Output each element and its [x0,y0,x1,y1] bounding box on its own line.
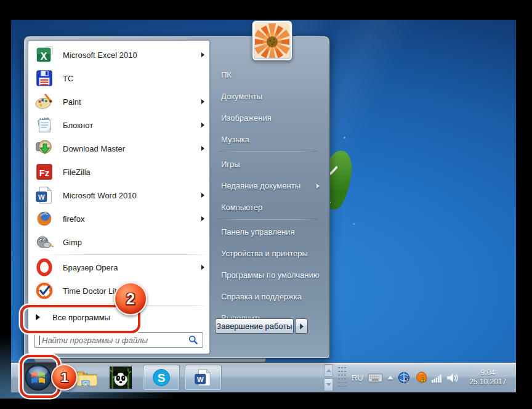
start-menu-item-paint[interactable]: Paint [28,90,209,113]
menu-item-label: Программы по умолчанию [221,270,319,280]
menu-item-label: Справка и поддержка [221,292,302,301]
floppy-disk-icon [34,68,54,88]
submenu-arrow-icon [201,265,204,270]
shutdown-controls: Завершение работы [215,318,308,334]
submenu-arrow-icon [201,99,204,104]
search-icon[interactable] [188,335,198,345]
start-menu-item-firefox[interactable]: firefox [28,207,209,230]
search-placeholder: Найти программы и файлы [42,336,148,345]
filezilla-icon: Fz [34,162,54,182]
shutdown-button[interactable]: Завершение работы [215,318,294,334]
menu-item-label: Paint [63,97,81,107]
explorer-taskbar-button[interactable] [75,366,99,389]
start-menu-item-time-doctor[interactable]: Time Doctor Lite [28,279,209,302]
scroll-up-icon[interactable] [324,364,333,377]
submenu-arrow-icon [316,184,320,188]
menu-item-label: Недавние документы [221,181,300,190]
menu-item-label: Документы [221,92,262,101]
start-menu-item-opera[interactable]: Браузер Opera [28,256,209,279]
panda-app-taskbar-button[interactable] [109,366,132,389]
program-list: X Microsoft Excel 2010 TC Pai [28,41,209,302]
app-globe-tray-icon[interactable] [398,371,411,384]
keyboard-layout-icon[interactable] [368,371,383,384]
menu-item-label: Microsoft Excel 2010 [63,51,137,60]
start-menu-item-tc[interactable]: TC [28,67,209,90]
menu-item-label: Музыка [221,135,249,144]
start-menu-item-default-programs[interactable]: Программы по умолчанию [210,264,326,286]
svg-text:W: W [38,193,45,201]
start-menu-item-recent[interactable]: Недавние документы [210,175,326,196]
submenu-arrow-icon [201,146,204,151]
start-menu-item-computer[interactable]: Компьютер [210,196,326,218]
menu-item-label: ПК [221,70,232,79]
menu-divider [48,254,206,255]
start-menu-item-devices-printers[interactable]: Устройства и принтеры [210,243,326,264]
paint-palette-icon [34,92,54,111]
system-tray: RU [324,363,512,392]
all-programs-button[interactable]: Все программы [28,306,209,328]
language-indicator[interactable]: RU [352,373,363,383]
start-menu-item-pictures[interactable]: Изображения [210,107,326,129]
volume-icon[interactable] [446,373,459,383]
start-menu-item-excel[interactable]: X Microsoft Excel 2010 [28,43,209,67]
taskbar: S W RU [11,362,516,392]
menu-item-label: Time Doctor Lite [63,286,121,296]
submenu-arrow-icon [201,52,204,57]
word-icon: W [34,185,54,205]
all-programs-arrow-icon [36,314,40,320]
show-hidden-icons-icon[interactable] [387,376,393,379]
start-menu-search-input[interactable]: Найти программы и файлы [34,332,203,348]
wallpaper-sparkle [344,137,345,139]
start-menu-item-download-master[interactable]: Download Master [28,137,209,160]
start-button[interactable] [25,364,52,391]
start-menu-item-control-panel[interactable]: Панель управления [210,221,326,243]
start-menu-item-filezilla[interactable]: Fz FileZilla [28,160,209,184]
all-programs-label: Все программы [52,313,110,322]
start-menu-item-notepad[interactable]: Блокнот [28,113,209,137]
submenu-arrow-icon [201,193,204,198]
menu-item-label: Панель управления [221,227,294,237]
skype-icon: S [151,368,171,387]
text-caret [39,336,40,345]
menu-divider [219,151,317,152]
download-master-icon [34,139,54,158]
scroll-down-icon[interactable] [324,378,333,391]
shutdown-options-button[interactable] [295,318,308,334]
start-menu-item-music[interactable]: Музыка [210,129,326,150]
start-menu-item-documents[interactable]: Документы [210,86,326,107]
antivirus-warning-tray-icon[interactable] [415,371,428,384]
clock-time: 9:04 [463,368,512,378]
start-menu-item-help-support[interactable]: Справка и поддержка [210,286,326,307]
wallpaper-sparkle [353,223,355,225]
menu-item-label: Изображения [221,113,272,123]
excel-icon: X [34,45,54,65]
menu-item-label: Microsoft Word 2010 [63,191,137,200]
windows7-screenshot: X Microsoft Excel 2010 TC Pai [0,0,532,409]
menu-item-label: Игры [221,160,240,169]
menu-item-label: Браузер Opera [63,263,118,272]
opera-icon [34,257,54,277]
taskbar-grip [337,366,347,389]
flower-avatar-image [255,23,289,58]
skype-taskbar-button[interactable]: S [143,365,180,391]
word-taskbar-button[interactable]: W [185,365,222,391]
time-doctor-icon [34,281,54,301]
user-avatar[interactable] [252,21,292,60]
start-menu-item-games[interactable]: Игры [210,153,326,175]
shutdown-label: Завершение работы [216,322,292,331]
svg-text:X: X [41,51,47,62]
menu-item-label: FileZilla [63,168,91,177]
svg-text:Fz: Fz [39,168,50,178]
start-menu-item-gimp[interactable]: Gimp [28,230,209,254]
menu-item-label: Компьютер [221,203,262,212]
start-menu-item-word[interactable]: W Microsoft Word 2010 [28,184,209,207]
shutdown-arrow-icon [300,323,304,330]
menu-item-label: Download Master [63,144,125,153]
taskbar-clock[interactable]: 9:04 25.10.2017 [463,368,512,387]
firefox-icon [34,209,54,229]
gimp-icon [34,232,54,252]
tray-scrollbar[interactable] [324,364,333,391]
start-menu-item-user[interactable]: ПК [210,64,326,86]
network-signal-icon[interactable] [432,373,442,383]
clock-date: 25.10.2017 [463,378,512,387]
